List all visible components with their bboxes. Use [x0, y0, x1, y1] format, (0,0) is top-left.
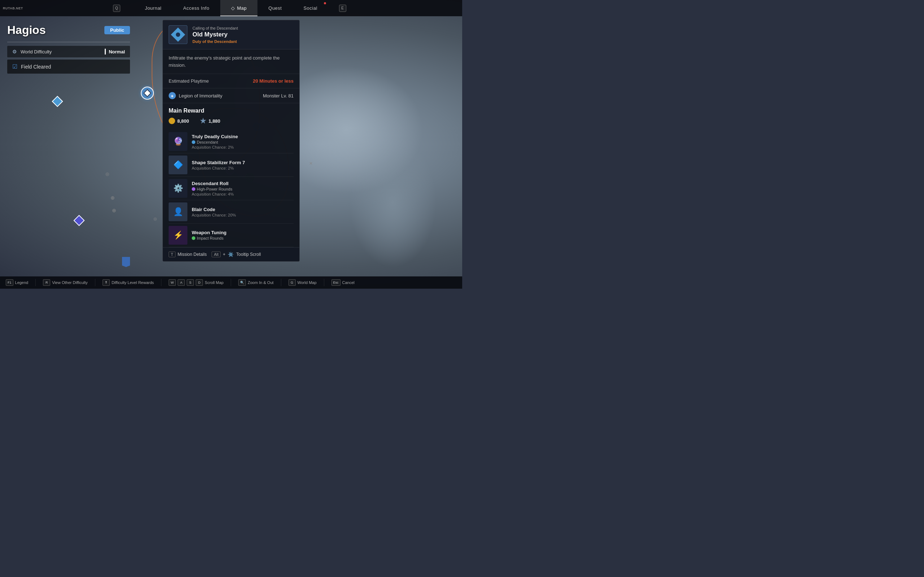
mission-panel: Calling of the Descendant Old Mystery Du…	[163, 20, 300, 262]
field-cleared-row: ☑ Field Cleared	[7, 60, 130, 74]
logo: RUTAB.NET	[3, 6, 23, 10]
reward-info-0: Truly Deadly Cuisine Descendant Acquisit…	[192, 134, 238, 149]
map-marker-diamond-1[interactable]	[53, 97, 61, 105]
top-navigation: RUTAB.NET Q Journal Access Info ◇ Map Qu…	[0, 0, 462, 16]
reward-type-2: High-Power Rounds	[192, 187, 234, 191]
reward-item-4: ⚡ Weapon Tuning Impact Rounds	[169, 224, 294, 247]
gold-amount: 8,800	[177, 118, 189, 124]
rewards-title: Main Reward	[169, 108, 294, 114]
reward-thumb-inner-0: 🔮	[169, 132, 187, 151]
mission-details-action[interactable]: T Mission Details	[169, 251, 207, 257]
gear-currency-icon	[200, 118, 207, 124]
location-title: Hagios	[7, 23, 46, 37]
sep-5	[281, 279, 281, 286]
q-key: Q	[113, 5, 120, 12]
reward-chance-2: Acquisition Chance: 4%	[192, 192, 234, 196]
mission-subtitle: Calling of the Descendant	[192, 26, 238, 30]
bottom-bar: F1 Legend R View Other Difficulty 🎖 Diff…	[0, 276, 462, 288]
nav-item-map[interactable]: ◇ Map	[220, 0, 257, 16]
nav-item-quest[interactable]: Quest	[257, 0, 292, 16]
field-cleared-label: Field Cleared	[21, 64, 51, 69]
d-key: D	[196, 279, 203, 286]
check-icon: ☑	[12, 63, 17, 70]
reward-thumb-0: 🔮	[169, 132, 187, 151]
zoom-label: Zoom In & Out	[248, 280, 274, 285]
bookmark-marker[interactable]	[122, 257, 130, 267]
sidebar-title-row: Hagios Public	[7, 23, 130, 37]
difficulty-rewards-item[interactable]: 🎖 Difficulty Level Rewards	[103, 279, 154, 286]
mission-time-row: Estimated Playtime 20 Minutes or less	[163, 74, 299, 89]
a-key: A	[178, 279, 185, 286]
estimated-playtime-label: Estimated Playtime	[169, 78, 209, 84]
nav-social-label: Social	[303, 5, 317, 11]
nav-item-access-info[interactable]: Access Info	[172, 0, 220, 16]
reward-info-3: Blair Code Acquisition Chance: 20%	[192, 207, 236, 217]
estimated-playtime-value: 20 Minutes or less	[253, 78, 294, 84]
view-difficulty-label: View Other Difficulty	[52, 280, 88, 285]
mission-tag: Duty of the Descendant	[192, 39, 238, 44]
g-key: G	[289, 279, 296, 286]
nav-access-info-label: Access Info	[183, 5, 209, 11]
cancel-label: Cancel	[342, 280, 355, 285]
reward-thumb-inner-4: ⚡	[169, 226, 187, 245]
circle-sm-1: ◎	[105, 171, 109, 176]
reward-type-4: Impact Rounds	[192, 236, 226, 240]
mission-description: Infiltrate the enemy's strategic point a…	[163, 50, 299, 74]
map-marker-active[interactable]	[141, 87, 154, 100]
notification-dot	[324, 2, 326, 4]
reward-name-2: Descendant Roll	[192, 181, 234, 186]
view-difficulty-item[interactable]: R View Other Difficulty	[43, 279, 88, 286]
coin-icon	[169, 118, 175, 124]
public-button[interactable]: Public	[104, 26, 130, 34]
reward-item-2: ⚙️ Descendant Roll High-Power Rounds Acq…	[169, 177, 294, 200]
cross-marker-1: ⊕	[110, 195, 115, 201]
tooltip-scroll-action[interactable]: Alt + Tooltip Scroll	[212, 251, 261, 258]
cross-marker-2: ⊕	[112, 208, 116, 213]
cancel-item[interactable]: Esc Cancel	[331, 279, 355, 286]
reward-list: 🔮 Truly Deadly Cuisine Descendant Acquis…	[169, 130, 294, 247]
mission-name: Old Mystery	[192, 31, 238, 38]
reward-thumb-inner-1: 🔷	[169, 156, 187, 174]
reward-name-0: Truly Deadly Cuisine	[192, 134, 238, 139]
faction-icon: ◈	[169, 92, 176, 99]
reward-chance-0: Acquisition Chance: 2%	[192, 145, 238, 149]
difficulty-key: 🎖	[103, 279, 110, 286]
reward-info-4: Weapon Tuning Impact Rounds	[192, 230, 226, 241]
reward-info-2: Descendant Roll High-Power Rounds Acquis…	[192, 181, 234, 196]
f1-key: F1	[6, 279, 13, 286]
reward-type-dot-4	[192, 236, 195, 240]
e-key: E	[339, 5, 346, 12]
plus-sign: +	[223, 252, 225, 257]
world-map-item[interactable]: G World Map	[289, 279, 317, 286]
nav-item-e[interactable]: E	[328, 0, 360, 16]
world-difficulty-row: ⚙ World Difficulty Normal	[7, 46, 130, 57]
reward-thumb-4: ⚡	[169, 226, 187, 245]
difficulty-rewards-label: Difficulty Level Rewards	[111, 280, 154, 285]
nav-map-label: Map	[237, 5, 247, 11]
monster-level: Monster Lv. 81	[263, 93, 294, 98]
nav-item-journal[interactable]: Journal	[134, 0, 172, 16]
world-difficulty-label: World Difficulty	[21, 49, 105, 55]
nav-item-social[interactable]: Social	[292, 0, 328, 16]
sep-6	[324, 279, 324, 286]
reward-name-4: Weapon Tuning	[192, 230, 226, 235]
legend-item[interactable]: F1 Legend	[6, 279, 28, 286]
esc-key: Esc	[331, 279, 341, 286]
faction-name: Legion of Immortality	[179, 93, 223, 98]
reward-type-label-0: Descendant	[197, 140, 218, 144]
mission-details-label: Mission Details	[178, 252, 207, 257]
reward-type-label-2: High-Power Rounds	[197, 187, 232, 191]
gear-amount: 1,880	[209, 118, 221, 124]
sep-1	[36, 279, 36, 286]
cross-marker-3: ✕	[309, 161, 313, 166]
mission-header: Calling of the Descendant Old Mystery Du…	[163, 20, 299, 50]
zoom-item: 🔍 Zoom In & Out	[238, 279, 274, 286]
scroll-map-label: Scroll Map	[205, 280, 223, 285]
gold-currency: 8,800	[169, 118, 189, 124]
reward-thumb-1: 🔷	[169, 156, 187, 174]
zoom-key: 🔍	[238, 279, 246, 286]
reward-type-0: Descendant	[192, 140, 238, 144]
nav-item-q[interactable]: Q	[102, 0, 134, 16]
map-marker-diamond-2[interactable]	[75, 216, 83, 224]
faction-left: ◈ Legion of Immortality	[169, 92, 223, 99]
